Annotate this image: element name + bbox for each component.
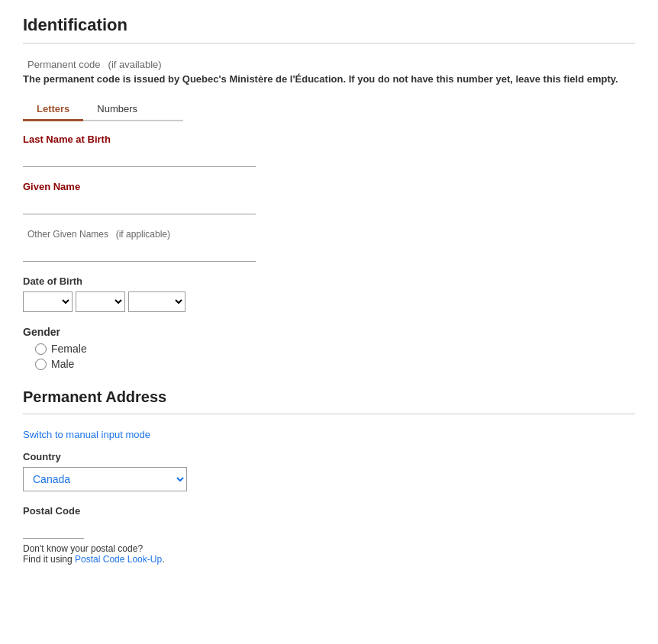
section-divider-address (23, 414, 635, 414)
date-of-birth-field-group: Date of Birth (23, 275, 635, 312)
postal-code-section: Postal Code Don't know your postal code?… (23, 505, 635, 565)
given-name-label: Given Name (23, 181, 635, 192)
switch-to-manual-link[interactable]: Switch to manual input mode (23, 429, 150, 440)
dob-selects-row (23, 291, 635, 312)
dob-month-select[interactable] (23, 291, 73, 312)
permanent-code-section: Permanent code (if available) The perman… (23, 57, 635, 85)
postal-hint-text2: Find it using (23, 554, 73, 565)
postal-lookup-link[interactable]: Postal Code Look-Up (75, 554, 162, 565)
gender-label: Gender (23, 326, 635, 338)
postal-code-hint: Don't know your postal code? Find it usi… (23, 543, 635, 565)
gender-section: Gender Female Male (23, 326, 635, 370)
gender-male-label[interactable]: Male (35, 358, 635, 370)
other-given-names-input[interactable] (23, 243, 256, 262)
permanent-address-title: Permanent Address (23, 388, 635, 406)
permanent-code-tabs: Letters Numbers (23, 98, 183, 121)
dob-day-select[interactable] (76, 291, 125, 312)
other-given-names-label: Other Given Names (if applicable) (23, 228, 635, 240)
gender-female-radio[interactable] (35, 343, 47, 355)
gender-female-label[interactable]: Female (35, 343, 635, 355)
gender-female-text: Female (51, 343, 87, 355)
tab-letters[interactable]: Letters (23, 98, 83, 121)
postal-hint-text1: Don't know your postal code? (23, 543, 143, 554)
postal-code-label: Postal Code (23, 505, 635, 517)
given-name-field-group: Given Name (23, 181, 635, 214)
gender-radio-group: Female Male (23, 343, 635, 370)
gender-male-text: Male (51, 358, 74, 370)
section-divider-top (23, 43, 635, 43)
dob-year-select[interactable] (128, 291, 185, 312)
tab-numbers[interactable]: Numbers (83, 98, 151, 121)
country-label: Country (23, 451, 635, 462)
other-given-names-field-group: Other Given Names (if applicable) (23, 228, 635, 262)
permanent-code-info: The permanent code is issued by Quebec's… (23, 73, 618, 85)
country-select[interactable]: Canada United States Other (23, 467, 187, 491)
last-name-field-group: Last Name at Birth (23, 134, 635, 167)
postal-code-input[interactable] (23, 520, 84, 539)
permanent-code-label: Permanent code (if available) (23, 57, 635, 70)
date-of-birth-label: Date of Birth (23, 275, 635, 287)
postal-hint-text3: . (162, 554, 164, 565)
page-title: Identification (23, 15, 635, 35)
given-name-input[interactable] (23, 195, 256, 214)
gender-male-radio[interactable] (35, 359, 47, 370)
last-name-label: Last Name at Birth (23, 134, 635, 145)
country-field-group: Country Canada United States Other (23, 451, 635, 491)
last-name-input[interactable] (23, 148, 256, 167)
